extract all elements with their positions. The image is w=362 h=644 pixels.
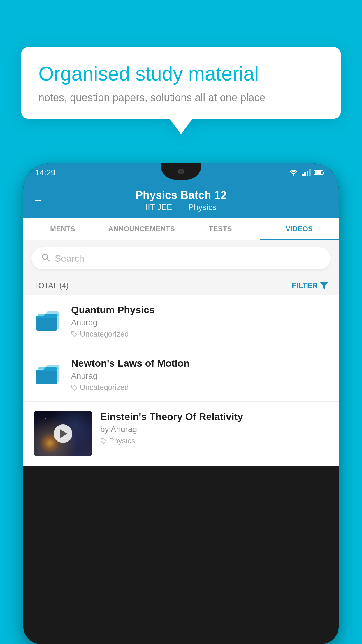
- filter-label: FILTER: [292, 281, 318, 290]
- tag-label: Physics: [109, 436, 135, 445]
- status-icons: [289, 169, 325, 176]
- header-subtitle: IIT JEE Physics: [35, 203, 327, 212]
- play-button[interactable]: [54, 424, 72, 443]
- svg-rect-12: [36, 316, 57, 331]
- svg-rect-7: [323, 172, 324, 174]
- speech-bubble: Organised study material notes, question…: [21, 47, 341, 119]
- video-tag: Uncategorized: [71, 383, 328, 392]
- video-author: Anurag: [71, 318, 328, 327]
- tab-videos[interactable]: VIDEOS: [260, 218, 339, 240]
- tab-announcements[interactable]: ANNOUNCEMENTS: [102, 218, 181, 240]
- list-item[interactable]: Einstein's Theory Of Relativity by Anura…: [23, 402, 339, 466]
- back-button[interactable]: ←: [33, 194, 43, 206]
- tag-icon: [100, 438, 107, 444]
- svg-rect-6: [315, 171, 321, 174]
- tag-label: Uncategorized: [80, 330, 129, 339]
- svg-point-16: [73, 386, 73, 386]
- video-tag: Uncategorized: [71, 330, 328, 339]
- svg-rect-15: [36, 370, 57, 384]
- svg-marker-10: [320, 282, 328, 290]
- bubble-subtitle: notes, question papers, solutions all at…: [38, 92, 324, 104]
- tag-icon: [71, 384, 78, 391]
- svg-line-9: [47, 259, 49, 261]
- bubble-title: Organised study material: [38, 62, 324, 86]
- video-info: Einstein's Theory Of Relativity by Anura…: [100, 411, 328, 445]
- search-bar[interactable]: Search: [31, 247, 331, 270]
- phone-frame: 14:29 ← Ph: [23, 163, 339, 644]
- tag-label: Uncategorized: [80, 383, 129, 392]
- video-title: Quantum Physics: [71, 304, 328, 316]
- video-author: by Anurag: [100, 425, 328, 434]
- svg-rect-2: [304, 172, 306, 176]
- filter-icon: [320, 282, 328, 290]
- tab-tests[interactable]: TESTS: [181, 218, 260, 240]
- svg-rect-4: [309, 169, 311, 176]
- video-author: Anurag: [71, 371, 328, 381]
- video-tag: Physics: [100, 436, 328, 445]
- tag-icon: [71, 331, 78, 337]
- filter-bar: TOTAL (4) FILTER: [23, 276, 339, 295]
- wifi-icon: [289, 169, 298, 176]
- notch: [161, 163, 201, 180]
- app-header: ← Physics Batch 12 IIT JEE Physics: [23, 182, 339, 218]
- svg-point-17: [102, 439, 103, 440]
- video-title: Einstein's Theory Of Relativity: [100, 411, 328, 422]
- video-info: Newton's Laws of Motion Anurag Uncategor…: [71, 358, 328, 392]
- signal-icon: [302, 169, 311, 176]
- svg-rect-1: [302, 174, 304, 176]
- header-subtitle-physics: Physics: [188, 203, 216, 212]
- svg-point-13: [73, 332, 73, 333]
- header-title: Physics Batch 12: [35, 189, 327, 202]
- video-list: Quantum Physics Anurag Uncategorized: [23, 295, 339, 466]
- list-item[interactable]: Newton's Laws of Motion Anurag Uncategor…: [23, 348, 339, 402]
- folder-icon: [34, 358, 63, 387]
- status-time: 14:29: [35, 168, 55, 177]
- video-info: Quantum Physics Anurag Uncategorized: [71, 304, 328, 339]
- status-bar: 14:29: [23, 163, 339, 182]
- tab-ments[interactable]: MENTS: [23, 218, 102, 240]
- folder-icon: [34, 304, 63, 333]
- filter-button[interactable]: FILTER: [292, 281, 328, 290]
- total-label: TOTAL (4): [34, 281, 68, 290]
- svg-rect-3: [307, 171, 308, 176]
- screen-content: Search TOTAL (4) FILTER: [23, 240, 339, 466]
- header-subtitle-iitjee: IIT JEE: [145, 203, 172, 212]
- tabs-bar: MENTS ANNOUNCEMENTS TESTS VIDEOS: [23, 218, 339, 240]
- notch-camera: [178, 169, 184, 174]
- list-item[interactable]: Quantum Physics Anurag Uncategorized: [23, 295, 339, 348]
- battery-icon: [314, 170, 325, 176]
- svg-point-0: [293, 175, 294, 176]
- search-placeholder: Search: [55, 253, 84, 264]
- search-icon: [41, 253, 50, 264]
- video-thumbnail: [34, 411, 92, 456]
- video-title: Newton's Laws of Motion: [71, 358, 328, 369]
